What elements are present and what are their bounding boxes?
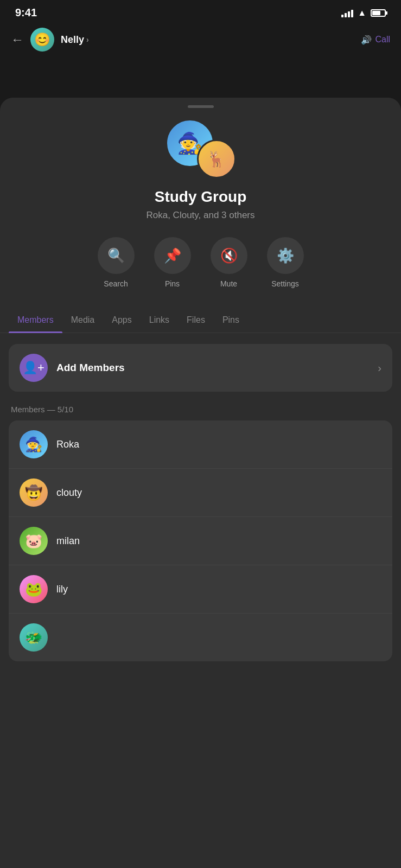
search-circle: 🔍 — [98, 237, 135, 274]
sheet-handle — [188, 105, 214, 108]
mute-circle: 🔇 — [211, 237, 247, 274]
search-icon: 🔍 — [107, 247, 125, 264]
status-time: 9:41 — [15, 7, 37, 19]
search-label: Search — [104, 279, 128, 288]
signal-icon — [341, 9, 353, 17]
status-bar: 9:41 ▲ — [0, 0, 401, 23]
avatar: 🤠 — [20, 478, 48, 507]
chevron-icon: › — [86, 35, 89, 44]
pins-label: Pins — [165, 279, 180, 288]
content-area: 👤+ Add Members › Members — 5/10 🧙 Roka 🤠… — [0, 333, 401, 672]
member-name: clouty — [56, 487, 82, 499]
avatar: 🐸 — [20, 575, 48, 603]
bottom-sheet: 🧙 🦌 Study Group Roka, Clouty, and 3 othe… — [0, 98, 401, 868]
list-item[interactable]: 🐸 lily — [9, 565, 392, 614]
call-button[interactable]: 🔊 Call — [361, 35, 390, 45]
settings-action-button[interactable]: ⚙️ Settings — [267, 237, 304, 288]
battery-icon — [371, 9, 386, 17]
settings-circle: ⚙️ — [267, 237, 304, 274]
members-section-title: Members — 5/10 — [9, 405, 392, 414]
header-name: Nelly › — [61, 34, 89, 46]
header-left: ← 😊 Nelly › — [11, 28, 89, 52]
header-bar: ← 😊 Nelly › 🔊 Call — [0, 23, 401, 60]
avatar: 🧙 — [20, 430, 48, 458]
list-item[interactable]: 🧙 Roka — [9, 420, 392, 469]
chevron-right-icon: › — [378, 362, 381, 374]
tab-pins[interactable]: Pins — [214, 308, 248, 333]
settings-icon: ⚙️ — [277, 247, 294, 264]
wifi-icon: ▲ — [358, 8, 366, 18]
tab-apps[interactable]: Apps — [103, 308, 140, 333]
header-name-area: Nelly › — [61, 34, 89, 46]
avatar: 🐷 — [20, 527, 48, 555]
pins-circle: 📌 — [154, 237, 191, 274]
group-members-text: Roka, Clouty, and 3 others — [11, 210, 390, 221]
list-item[interactable]: 🐷 milan — [9, 517, 392, 565]
status-icons: ▲ — [341, 8, 386, 18]
pin-icon: 📌 — [164, 247, 181, 264]
avatar: 🐲 — [20, 623, 48, 652]
avatar: 😊 — [30, 28, 54, 52]
add-members-label: Add Members — [56, 362, 125, 374]
search-action-button[interactable]: 🔍 Search — [98, 237, 135, 288]
tab-files[interactable]: Files — [178, 308, 214, 333]
pins-action-button[interactable]: 📌 Pins — [154, 237, 191, 288]
group-name: Study Group — [11, 188, 390, 206]
member-name: milan — [56, 535, 80, 547]
add-members-icon: 👤+ — [20, 354, 48, 382]
tab-media[interactable]: Media — [62, 308, 104, 333]
group-info: Study Group Roka, Clouty, and 3 others — [0, 188, 401, 237]
mute-icon: 🔇 — [220, 247, 238, 264]
speaker-icon: 🔊 — [361, 35, 372, 45]
tab-links[interactable]: Links — [141, 308, 178, 333]
member-name: lily — [56, 584, 68, 595]
list-item[interactable]: 🤠 clouty — [9, 469, 392, 517]
group-avatar: 🧙 🦌 — [166, 119, 236, 178]
settings-label: Settings — [271, 279, 299, 288]
add-members-left: 👤+ Add Members — [20, 354, 125, 382]
back-button[interactable]: ← — [11, 32, 24, 47]
add-members-button[interactable]: 👤+ Add Members › — [9, 344, 392, 392]
tab-members[interactable]: Members — [9, 308, 62, 333]
mute-action-button[interactable]: 🔇 Mute — [211, 237, 247, 288]
group-avatar-container: 🧙 🦌 — [0, 119, 401, 178]
member-name: Roka — [56, 439, 79, 450]
action-buttons: 🔍 Search 📌 Pins 🔇 Mute ⚙️ Settings — [0, 237, 401, 308]
members-list: 🧙 Roka 🤠 clouty 🐷 milan 🐸 — [9, 420, 392, 661]
list-item[interactable]: 🐲 — [9, 614, 392, 661]
tabs-container: Members Media Apps Links Files Pins — [0, 308, 401, 333]
mute-label: Mute — [220, 279, 237, 288]
avatar-secondary: 🦌 — [197, 139, 236, 178]
